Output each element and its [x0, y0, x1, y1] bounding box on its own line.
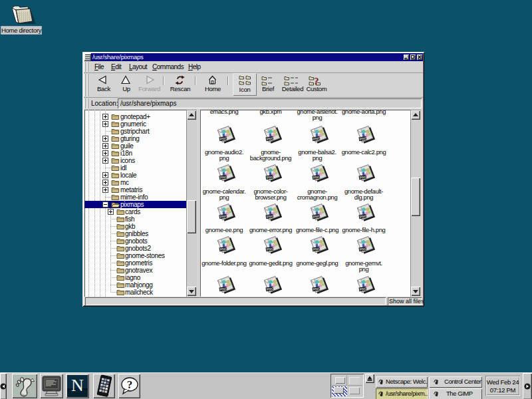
svg-text:?: ? [314, 76, 319, 86]
svg-text:N: N [71, 376, 84, 395]
svg-text:?: ? [127, 378, 133, 391]
